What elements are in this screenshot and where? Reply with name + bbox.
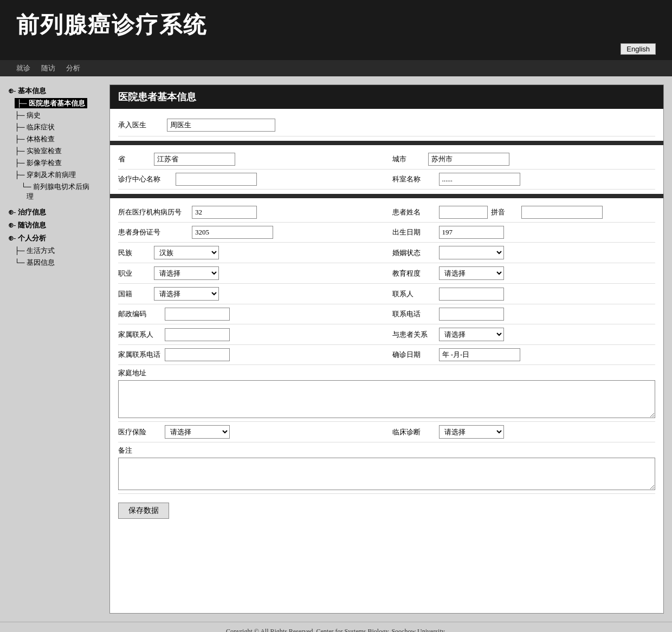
nav-item-3[interactable]: 分析 (66, 63, 80, 73)
family-contact-input[interactable] (165, 328, 230, 341)
record-name-row: 所在医疗机构病历号 患者姓名 拼音 (118, 203, 655, 223)
education-label: 教育程度 (392, 269, 436, 278)
remarks-row: 备注 (118, 442, 655, 494)
dept-name-input[interactable] (439, 173, 520, 186)
sidebar-group-followup[interactable]: ⊕- 随访信息 (8, 219, 103, 232)
home-address-textarea[interactable] (118, 380, 655, 418)
family-phone-diagdate-row: 家属联系电话 确诊日期 (118, 345, 655, 365)
nationality-col: 国籍 请选择 中国 其他 (118, 287, 382, 301)
nationality-label: 国籍 (118, 289, 151, 299)
relationship-col: 与患者关系 请选择 配偶 子女 父母 兄弟姐妹 其他 (392, 328, 656, 341)
ethnicity-select[interactable]: 汉族 满族 回族 藏族 其他 (154, 246, 219, 259)
sidebar-item-physical-exam[interactable]: ├─ 体格检查 (15, 133, 103, 145)
admit-doctor-row: 承入医生 (118, 114, 655, 136)
id-no-label: 患者身份证号 (118, 227, 189, 237)
main-container: ⊕- 基本信息 ├─ 医院患者基本信息 ├─ 病史 ├─ 临床症状 ├─ 体格检… (0, 76, 672, 622)
pinyin-label: 拼音 (491, 207, 518, 217)
contact-label: 联系人 (392, 289, 436, 299)
phone-label: 联系电话 (392, 309, 436, 319)
ethnicity-col: 民族 汉族 满族 回族 藏族 其他 (118, 246, 382, 259)
sidebar-item-clinical-symptoms[interactable]: ├─ 临床症状 (15, 121, 103, 133)
dob-col: 出生日期 (392, 226, 656, 239)
province-city-row: 省 城市 (118, 149, 655, 170)
save-button[interactable]: 保存数据 (118, 503, 169, 519)
phone-input[interactable] (439, 308, 504, 321)
family-phone-input[interactable] (165, 348, 230, 361)
education-select[interactable]: 请选择 小学 初中 高中 大专 本科 研究生 (439, 266, 504, 280)
insurance-label: 医疗保险 (118, 427, 161, 437)
province-input[interactable] (154, 153, 235, 166)
city-input[interactable] (428, 153, 509, 166)
sidebar-item-biopsy[interactable]: ├─ 穿刺及术前病理 (15, 169, 103, 181)
section-divider-2 (110, 194, 663, 198)
patient-name-input[interactable] (439, 206, 488, 219)
clinical-diagnosis-label: 临床诊断 (392, 427, 436, 437)
center-name-label: 诊疗中心名称 (118, 174, 172, 184)
sidebar-item-gene[interactable]: └─ 基因信息 (15, 257, 103, 269)
marital-select[interactable]: 未婚 已婚 离婚 丧偶 (439, 246, 504, 259)
relationship-select[interactable]: 请选择 配偶 子女 父母 兄弟姐妹 其他 (439, 328, 504, 341)
sidebar-item-history[interactable]: ├─ 病史 (15, 109, 103, 121)
nationality-select[interactable]: 请选择 中国 其他 (154, 287, 219, 301)
sidebar-item-turp[interactable]: └─ 前列腺电切术后病 理 (15, 181, 103, 203)
nav-item-2[interactable]: 随访 (41, 63, 55, 73)
family-phone-diagdate-cols: 家属联系电话 确诊日期 (118, 348, 655, 361)
ethnicity-marital-row: 民族 汉族 满族 回族 藏族 其他 婚姻状态 未婚 (118, 243, 655, 263)
center-dept-cols: 诊疗中心名称 科室名称 (118, 173, 655, 186)
postal-phone-cols: 邮政编码 联系电话 (118, 308, 655, 321)
record-no-input[interactable] (192, 206, 257, 219)
contact-input[interactable] (439, 288, 504, 301)
sidebar-item-imaging[interactable]: ├─ 影像学检查 (15, 157, 103, 169)
occupation-select[interactable]: 请选择 工人 农民 干部 学生 退休 其他 (154, 266, 219, 280)
patient-name-label: 患者姓名 (392, 207, 436, 217)
family-phone-col: 家属联系电话 (118, 348, 382, 361)
city-col: 城市 (392, 153, 656, 166)
save-row: 保存数据 (118, 494, 655, 522)
center-col: 诊疗中心名称 (118, 173, 382, 186)
nav-bar: 就诊 随访 分析 (0, 60, 672, 76)
admit-doctor-input[interactable] (167, 119, 275, 132)
pinyin-input[interactable] (521, 206, 603, 219)
sidebar-item-lifestyle[interactable]: ├─ 生活方式 (15, 245, 103, 257)
id-no-input[interactable] (192, 226, 273, 239)
diagnosis-date-input[interactable] (439, 348, 520, 361)
family-contact-col: 家属联系人 (118, 328, 382, 341)
content-area: 医院患者基本信息 承入医生 省 城市 (109, 84, 664, 614)
insurance-select[interactable]: 请选择 城镇职工 城镇居民 新农合 自费 其他 (165, 425, 230, 439)
sidebar: ⊕- 基本信息 ├─ 医院患者基本信息 ├─ 病史 ├─ 临床症状 ├─ 体格检… (8, 84, 103, 614)
family-contact-cols: 家属联系人 与患者关系 请选择 配偶 子女 父母 兄弟姐妹 其他 (118, 328, 655, 341)
clinical-diagnosis-select[interactable]: 请选择 前列腺癌 良性前列腺增生 其他 (439, 425, 504, 439)
occupation-col: 职业 请选择 工人 农民 干部 学生 退休 其他 (118, 266, 382, 280)
nationality-contact-row: 国籍 请选择 中国 其他 联系人 (118, 284, 655, 304)
center-dept-row: 诊疗中心名称 科室名称 (118, 170, 655, 190)
lang-button[interactable]: English (621, 43, 656, 55)
form-title: 医院患者基本信息 (110, 85, 663, 109)
remarks-textarea[interactable] (118, 458, 655, 490)
nav-item-1[interactable]: 就诊 (16, 63, 30, 73)
sidebar-group-treatment[interactable]: ⊕- 治疗信息 (8, 206, 103, 219)
sidebar-group-basic[interactable]: ⊕- 基本信息 (8, 84, 103, 97)
dob-input[interactable] (439, 226, 504, 239)
family-phone-label: 家属联系电话 (118, 350, 161, 360)
sidebar-item-lab[interactable]: ├─ 实验室检查 (15, 145, 103, 157)
header: 前列腺癌诊疗系统 English (0, 0, 672, 60)
education-col: 教育程度 请选择 小学 初中 高中 大专 本科 研究生 (392, 266, 656, 280)
diagnosis-date-col: 确诊日期 (392, 348, 656, 361)
insurance-diagnosis-row: 医疗保险 请选择 城镇职工 城镇居民 新农合 自费 其他 临床诊断 (118, 422, 655, 442)
admit-doctor-label: 承入医生 (118, 120, 161, 130)
phone-col: 联系电话 (392, 308, 656, 321)
center-name-input[interactable] (176, 173, 257, 186)
id-dob-cols: 患者身份证号 出生日期 (118, 226, 655, 239)
postal-phone-row: 邮政编码 联系电话 (118, 304, 655, 324)
dept-name-label: 科室名称 (392, 174, 436, 184)
occupation-education-cols: 职业 请选择 工人 农民 干部 学生 退休 其他 教育程度 (118, 266, 655, 280)
ethnicity-marital-cols: 民族 汉族 满族 回族 藏族 其他 婚姻状态 未婚 (118, 246, 655, 259)
province-col: 省 (118, 153, 382, 166)
nationality-contact-cols: 国籍 请选择 中国 其他 联系人 (118, 287, 655, 301)
occupation-label: 职业 (118, 269, 151, 278)
sidebar-group-analysis[interactable]: ⊕- 个人分析 (8, 232, 103, 245)
sidebar-item-hospital-info[interactable]: ├─ 医院患者基本信息 (15, 97, 103, 109)
relationship-label: 与患者关系 (392, 330, 436, 340)
postal-code-input[interactable] (165, 308, 230, 321)
clinical-diagnosis-col: 临床诊断 请选择 前列腺癌 良性前列腺增生 其他 (392, 425, 656, 439)
